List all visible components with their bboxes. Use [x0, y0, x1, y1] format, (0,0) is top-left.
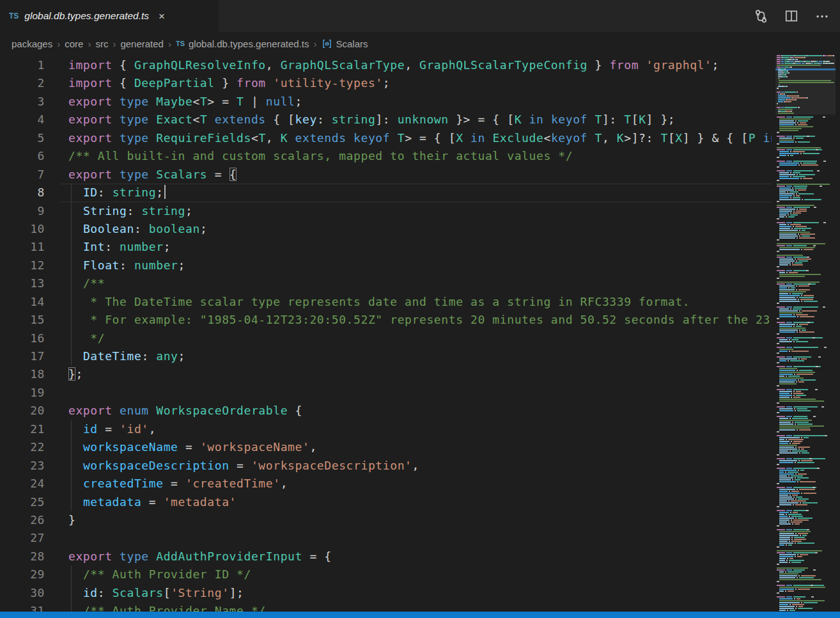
- minimap-line: [813, 416, 816, 417]
- code-line[interactable]: 7export type Scalars = {: [0, 166, 772, 184]
- minimap-line: [795, 523, 800, 525]
- breadcrumb-item-symbol[interactable]: Scalars: [336, 38, 368, 49]
- minimap-line: [804, 295, 814, 296]
- line-number[interactable]: 28: [0, 548, 45, 566]
- line-number[interactable]: 23: [0, 457, 45, 475]
- minimap-line: [809, 458, 812, 459]
- minimap-line: [793, 207, 810, 208]
- code-line[interactable]: 18};: [0, 365, 772, 383]
- line-number[interactable]: 21: [0, 420, 45, 438]
- minimap-line: [791, 57, 794, 58]
- line-number[interactable]: 9: [0, 202, 45, 220]
- code-line[interactable]: 25 metadata = 'metadata': [0, 493, 772, 511]
- code-line[interactable]: 1import { GraphQLResolveInfo, GraphQLSca…: [0, 56, 772, 74]
- line-number[interactable]: 27: [0, 529, 45, 547]
- minimap-line: [803, 162, 816, 164]
- line-number[interactable]: 5: [0, 129, 45, 147]
- minimap-line: [790, 197, 791, 198]
- code-line[interactable]: 30 id: Scalars['String'];: [0, 584, 772, 602]
- close-tab-icon[interactable]: ×: [159, 11, 165, 22]
- code-line[interactable]: 24 createdTime = 'createdTime',: [0, 475, 772, 493]
- code-line[interactable]: 15 * For example: "1985-04-12T23:20:50.5…: [0, 311, 772, 329]
- minimap-line: [786, 406, 792, 408]
- line-number[interactable]: 26: [0, 511, 45, 529]
- line-number[interactable]: 2: [0, 74, 45, 92]
- line-number[interactable]: 18: [0, 365, 45, 383]
- code-line[interactable]: 23 workspaceDescription = 'workspaceDesc…: [0, 457, 772, 475]
- code-line[interactable]: 3export type Maybe<T> = T | null;: [0, 93, 772, 111]
- line-number[interactable]: 7: [0, 166, 45, 184]
- line-number[interactable]: 20: [0, 402, 45, 420]
- line-number[interactable]: 29: [0, 566, 45, 583]
- minimap-line: [792, 293, 803, 294]
- code-line[interactable]: 8 ID: string;: [0, 184, 772, 202]
- code-line[interactable]: 14 * The DateTime scalar type represents…: [0, 293, 772, 311]
- minimap-line: [779, 209, 795, 210]
- split-editor-icon[interactable]: [784, 8, 799, 24]
- minimap-line: [779, 128, 802, 129]
- line-number[interactable]: 30: [0, 584, 45, 602]
- breadcrumb-item-generated[interactable]: generated: [120, 38, 164, 49]
- minimap-line: [795, 120, 797, 122]
- line-number[interactable]: 11: [0, 238, 45, 256]
- code-line[interactable]: 5export type RequireFields<T, K extends …: [0, 129, 772, 147]
- code-line[interactable]: 9 String: string;: [0, 202, 772, 220]
- code-line[interactable]: 27: [0, 529, 772, 547]
- tab-global-db-types-generated[interactable]: TS global.db.types.generated.ts ×: [0, 0, 219, 32]
- line-number[interactable]: 13: [0, 274, 45, 292]
- line-number[interactable]: 3: [0, 93, 45, 111]
- code-line[interactable]: 6/** All built-in and custom scalars, ma…: [0, 147, 772, 165]
- breadcrumb-item-file[interactable]: global.db.types.generated.ts: [189, 38, 309, 49]
- code-line[interactable]: 28export type AddAuthProviderInput = {: [0, 548, 772, 566]
- code-line[interactable]: 12 Float: number;: [0, 257, 772, 274]
- open-changes-icon[interactable]: [753, 8, 768, 24]
- more-actions-icon[interactable]: [814, 8, 830, 24]
- breadcrumb-item-src[interactable]: src: [95, 38, 108, 49]
- code-line[interactable]: 13 /**: [0, 274, 772, 292]
- breadcrumb-item-core[interactable]: core: [65, 38, 83, 49]
- minimap-line: [797, 556, 802, 557]
- minimap-line: [797, 554, 798, 555]
- minimap-line: [812, 63, 813, 64]
- code-line[interactable]: 22 workspaceName = 'workspaceName',: [0, 438, 772, 456]
- code-line[interactable]: 21 id = 'id',: [0, 420, 772, 438]
- code-line[interactable]: 20export enum WorkspaceOrderable {: [0, 402, 772, 420]
- line-number[interactable]: 25: [0, 493, 45, 511]
- code-line[interactable]: 26}: [0, 511, 772, 529]
- minimap[interactable]: [775, 55, 836, 612]
- code-line[interactable]: 16 */: [0, 329, 772, 347]
- code-line[interactable]: 11 Int: number;: [0, 238, 772, 256]
- line-number[interactable]: 8: [0, 184, 45, 202]
- line-number[interactable]: 17: [0, 347, 45, 365]
- line-number[interactable]: 19: [0, 384, 45, 402]
- line-number[interactable]: 6: [0, 147, 45, 165]
- line-number[interactable]: 4: [0, 111, 45, 129]
- minimap-line: [779, 470, 797, 471]
- breadcrumb-item-packages[interactable]: packages: [12, 38, 52, 49]
- line-number[interactable]: 24: [0, 475, 45, 493]
- minimap-line: [779, 379, 797, 381]
- code-area[interactable]: 1import { GraphQLResolveInfo, GraphQLSca…: [0, 56, 772, 612]
- minimap-line: [794, 374, 795, 375]
- line-number[interactable]: 1: [0, 56, 45, 74]
- line-number[interactable]: 15: [0, 311, 45, 329]
- minimap-line: [778, 78, 780, 79]
- line-number[interactable]: 12: [0, 257, 45, 274]
- code-line[interactable]: 29 /** Auth Provider ID */: [0, 566, 772, 583]
- line-number[interactable]: 31: [0, 602, 45, 612]
- editor-pane[interactable]: 1import { GraphQLResolveInfo, GraphQLSca…: [0, 55, 840, 612]
- code-line[interactable]: 10 Boolean: boolean;: [0, 220, 772, 238]
- minimap-line: [786, 283, 792, 285]
- code-line[interactable]: 31 /** Auth Provider Name */: [0, 602, 772, 612]
- line-number[interactable]: 10: [0, 220, 45, 238]
- line-number[interactable]: 14: [0, 293, 45, 311]
- code-line[interactable]: 17 DateTime: any;: [0, 347, 772, 365]
- code-line[interactable]: 4export type Exact<T extends { [key: str…: [0, 111, 772, 129]
- minimap-line: [779, 519, 789, 521]
- code-line[interactable]: 2import { DeepPartial } from 'utility-ty…: [0, 74, 772, 92]
- code-line[interactable]: 19: [0, 384, 772, 402]
- line-number[interactable]: 16: [0, 329, 45, 347]
- minimap-line: [779, 297, 795, 298]
- line-number[interactable]: 22: [0, 438, 45, 456]
- code-line-content: /** All built-in and custom scalars, map…: [45, 147, 772, 165]
